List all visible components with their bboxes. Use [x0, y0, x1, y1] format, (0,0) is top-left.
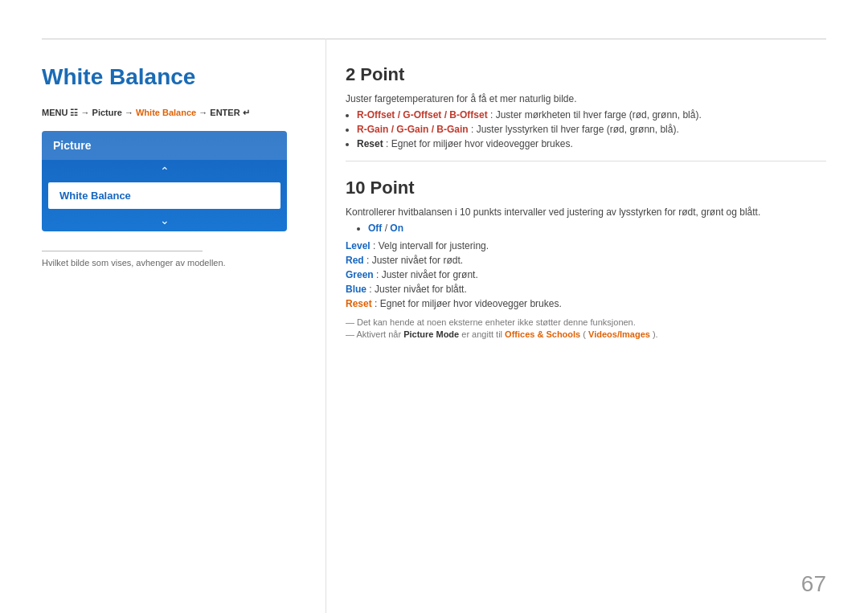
- off-label: Off: [368, 223, 382, 234]
- divider-line: [42, 251, 203, 251]
- note2-highlight2: Videos/Images: [588, 329, 650, 339]
- note2-sep: (: [583, 329, 586, 339]
- menu-path: MENU ☷ → Picture → White Balance → ENTER…: [42, 108, 299, 118]
- section1-desc: Juster fargetemperaturen for å få et mer…: [346, 93, 826, 104]
- menu-arrow-up[interactable]: ⌃: [42, 160, 287, 182]
- menu-selected-item[interactable]: White Balance: [48, 182, 280, 209]
- red-rest: : Juster nivået for rødt.: [366, 255, 463, 266]
- section2-desc: Kontrollerer hvitbalansen i 10 punkts in…: [346, 206, 826, 218]
- menu-path-prefix: MENU: [42, 108, 70, 117]
- section1-title: 2 Point: [346, 64, 826, 85]
- bullet1-rest: : Juster mørkheten til hver farge (rød, …: [490, 109, 702, 121]
- note-line-1: Det kan hende at noen eksterne enheter i…: [346, 317, 826, 327]
- bullet3-bold: Reset: [357, 138, 383, 149]
- note1-text: Det kan hende at noen eksterne enheter i…: [357, 317, 636, 327]
- left-column: White Balance MENU ☷ → Picture → White B…: [42, 48, 299, 268]
- enter-icon: ↵: [243, 108, 250, 117]
- note2-bold1: Picture Mode: [403, 329, 459, 339]
- vertical-divider: [326, 39, 326, 613]
- right-column: 2 Point Juster fargetemperaturen for å f…: [346, 48, 826, 341]
- reset-bold: Reset: [346, 298, 372, 309]
- menu-arrow-down[interactable]: ⌄: [42, 209, 287, 231]
- bullet2-red: R-Gain / G-Gain / B-Gain: [357, 124, 469, 135]
- menu-path-highlight: White Balance: [136, 108, 196, 117]
- bullet-item-3: Reset : Egnet for miljøer hvor videovegg…: [357, 138, 826, 149]
- sub-bullet-off-on: Off / On: [368, 223, 826, 234]
- menu-box: Picture ⌃ White Balance ⌄: [42, 131, 287, 231]
- top-border: [42, 39, 826, 39]
- note-line-2: Aktivert når Picture Mode er angitt til …: [346, 329, 826, 339]
- section2-title: 10 Point: [346, 178, 826, 198]
- blue-bold: Blue: [346, 284, 366, 295]
- level-rest: : Velg intervall for justering.: [373, 240, 489, 251]
- bullet3-rest: : Egnet for miljøer hvor videovegger bru…: [386, 138, 573, 149]
- green-bold: Green: [346, 269, 374, 280]
- detail-blue: Blue : Juster nivået for blått.: [346, 284, 826, 295]
- on-label: On: [390, 223, 403, 234]
- red-bold: Red: [346, 255, 364, 266]
- detail-reset: Reset : Egnet for miljøer hvor videovegg…: [346, 298, 826, 309]
- menu-path-arrow2: → ENTER: [199, 108, 242, 117]
- bullet2-rest: : Juster lysstyrken til hver farge (rød,…: [471, 124, 679, 135]
- detail-green: Green : Juster nivået for grønt.: [346, 269, 826, 280]
- note2-highlight1: Offices & Schools: [505, 329, 580, 339]
- menu-box-header: Picture: [42, 131, 287, 160]
- note2-prefix: Aktivert når: [356, 329, 403, 339]
- page-number: 67: [801, 571, 826, 597]
- detail-red: Red : Juster nivået for rødt.: [346, 255, 826, 266]
- bullet-item-1: R-Offset / G-Offset / B-Offset : Juster …: [357, 109, 826, 121]
- menu-path-arrow1: → Picture →: [81, 108, 136, 117]
- blue-rest: : Juster nivået for blått.: [369, 284, 466, 295]
- section-divider: [346, 161, 826, 161]
- page-title: White Balance: [42, 64, 299, 90]
- model-note: Hvilket bilde som vises, avhenger av mod…: [42, 258, 299, 268]
- detail-level: Level : Velg intervall for justering.: [346, 240, 826, 251]
- reset-rest: : Egnet for miljøer hvor videovegger bru…: [375, 298, 562, 309]
- level-bold: Level: [346, 240, 371, 251]
- section1-bullets: R-Offset / G-Offset / B-Offset : Juster …: [357, 109, 826, 149]
- bullet1-red: R-Offset / G-Offset / B-Offset: [357, 109, 488, 121]
- bullet-item-2: R-Gain / G-Gain / B-Gain : Juster lyssty…: [357, 124, 826, 135]
- green-rest: : Juster nivået for grønt.: [376, 269, 478, 280]
- menu-icon: ☷: [70, 108, 80, 117]
- section2-sub-bullets: Off / On: [357, 223, 826, 234]
- note2-suffix: ).: [653, 329, 658, 339]
- note2-middle: er angitt til: [461, 329, 505, 339]
